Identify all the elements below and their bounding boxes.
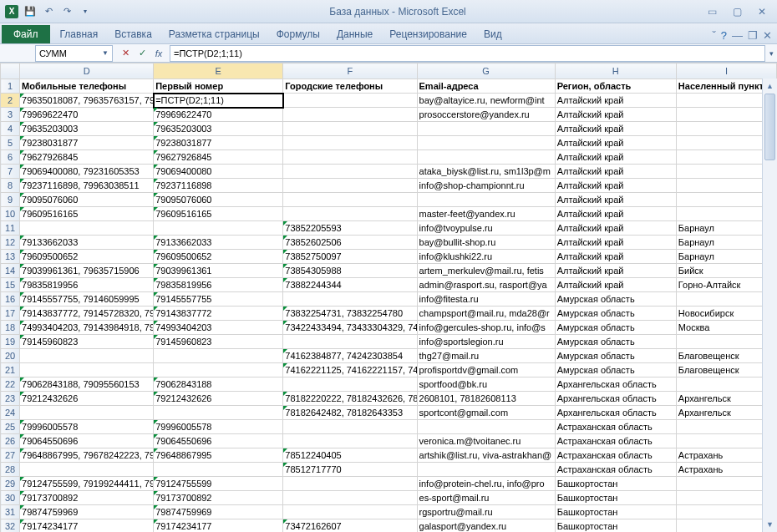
cell[interactable]: Алтайский край (555, 108, 676, 122)
cell[interactable]: info@klushki22.ru (417, 250, 555, 264)
cell[interactable]: artem_merkulev@mail.ru, fetis (417, 264, 555, 278)
cell[interactable]: Архангельская область (555, 406, 676, 420)
row-header[interactable]: 32 (1, 519, 20, 533)
cell[interactable]: 78182642482, 78182643353 (283, 406, 417, 420)
cell[interactable]: Амурская область (555, 335, 676, 349)
row-header[interactable]: 31 (1, 505, 20, 519)
cell[interactable] (283, 207, 417, 221)
cell[interactable]: rgsportru@mail.ru (417, 505, 555, 519)
cell[interactable] (417, 150, 555, 165)
cancel-formula-icon[interactable]: ✕ (118, 46, 133, 61)
row-header[interactable]: 26 (1, 434, 20, 448)
row-header[interactable]: 20 (1, 349, 20, 363)
cell[interactable]: 79124755599 (154, 477, 283, 491)
row-header[interactable]: 4 (1, 122, 20, 136)
cell[interactable] (417, 193, 555, 207)
cell[interactable]: Алтайский край (555, 264, 676, 278)
undo-icon[interactable]: ↶ (40, 3, 57, 20)
cell[interactable] (283, 165, 417, 179)
cell[interactable]: Алтайский край (555, 193, 676, 207)
cell[interactable]: 79874759969 (154, 505, 283, 519)
cell[interactable]: Амурская область (555, 349, 676, 363)
cell[interactable]: 74993404203, 79143984918, 7914 (20, 321, 154, 335)
cell[interactable]: 79969622470 (20, 108, 154, 122)
cell[interactable]: 79095076060 (154, 193, 283, 207)
cell[interactable]: 79212432626 (154, 392, 283, 406)
row-header[interactable]: 24 (1, 406, 20, 420)
doc-restore-icon[interactable]: ❐ (748, 29, 758, 42)
header-cell[interactable]: Мобильные телефоны (20, 79, 154, 94)
cell[interactable] (154, 406, 283, 420)
cell[interactable]: 79835819956 (20, 278, 154, 292)
row-header[interactable]: 21 (1, 363, 20, 377)
cell[interactable]: 79635203003 (20, 122, 154, 136)
cell[interactable]: Алтайский край (555, 122, 676, 136)
cell[interactable] (283, 108, 417, 122)
tab-view[interactable]: Вид (475, 25, 510, 43)
cell[interactable]: 73832254731, 73832254780 (283, 307, 417, 321)
cell[interactable]: 79062843188 (154, 377, 283, 392)
chevron-down-icon[interactable]: ▼ (102, 49, 109, 57)
row-header[interactable]: 3 (1, 108, 20, 122)
col-header-G[interactable]: G (417, 63, 555, 79)
cell[interactable]: 79874759969 (20, 505, 154, 519)
cell[interactable]: 79609516165 (20, 207, 154, 221)
cell[interactable]: 79237116898, 79963038511 (20, 179, 154, 193)
row-header[interactable]: 11 (1, 221, 20, 236)
row-header[interactable]: 2 (1, 94, 20, 108)
cell[interactable]: 79635203003 (154, 122, 283, 136)
tab-review[interactable]: Рецензирование (381, 25, 475, 43)
row-header[interactable]: 29 (1, 477, 20, 491)
cell[interactable] (20, 463, 154, 477)
cell[interactable]: sportcont@gmail.com (417, 406, 555, 420)
cell[interactable]: 73854305988 (283, 264, 417, 278)
cell[interactable]: 79648867995 (154, 448, 283, 463)
cell[interactable]: 79609500652 (154, 250, 283, 264)
cell[interactable]: 74162384877, 74242303854 (283, 349, 417, 363)
tab-home[interactable]: Главная (52, 25, 107, 43)
cell[interactable] (283, 477, 417, 491)
save-icon[interactable]: 💾 (22, 3, 38, 20)
cell[interactable] (20, 349, 154, 363)
cell[interactable]: 79627926845 (154, 150, 283, 165)
cell[interactable]: 79212432626 (20, 392, 154, 406)
cell[interactable]: admin@rasport.su, rasport@ya (417, 278, 555, 292)
cell[interactable]: 79062843188, 79095560153 (20, 377, 154, 392)
cell[interactable] (417, 136, 555, 150)
cell[interactable] (417, 420, 555, 434)
cell[interactable]: 79039961361, 79635715906 (20, 264, 154, 278)
row-header[interactable]: 13 (1, 250, 20, 264)
cell[interactable]: 79996005578 (20, 420, 154, 434)
scroll-up-icon[interactable]: ▲ (763, 79, 777, 94)
cell[interactable]: 79145960823 (20, 335, 154, 349)
row-header[interactable]: 5 (1, 136, 20, 150)
cell[interactable]: 79835819956 (154, 278, 283, 292)
cell[interactable]: 74993404203 (154, 321, 283, 335)
cell[interactable]: 73472162607 (283, 519, 417, 533)
cell[interactable]: 79969622470 (154, 108, 283, 122)
cell[interactable]: ataka_biysk@list.ru, sm1l3p@m (417, 165, 555, 179)
cell[interactable]: Башкортостан (555, 505, 676, 519)
cell[interactable]: 79627926845 (20, 150, 154, 165)
cell[interactable] (20, 363, 154, 377)
cell[interactable]: 73852750097 (283, 250, 417, 264)
cell[interactable]: 79069400080, 79231605353 (20, 165, 154, 179)
col-header-D[interactable]: D (20, 63, 154, 79)
tab-page-layout[interactable]: Разметка страницы (160, 25, 268, 43)
row-header[interactable]: 19 (1, 335, 20, 349)
cell[interactable] (154, 221, 283, 236)
cell[interactable] (154, 463, 283, 477)
header-cell[interactable]: Первый номер (154, 79, 283, 94)
cell[interactable]: 79996005578 (154, 420, 283, 434)
cell[interactable]: Алтайский край (555, 179, 676, 193)
cell[interactable]: 79238031877 (154, 136, 283, 150)
maximize-icon[interactable]: ▢ (727, 5, 747, 18)
cell[interactable]: 79064550696 (20, 434, 154, 448)
col-header-H[interactable]: H (555, 63, 676, 79)
row-header[interactable]: 10 (1, 207, 20, 221)
row-header[interactable]: 6 (1, 150, 20, 165)
cell[interactable] (283, 193, 417, 207)
row-header[interactable]: 7 (1, 165, 20, 179)
cell[interactable]: Астраханская область (555, 463, 676, 477)
row-header[interactable]: 23 (1, 392, 20, 406)
